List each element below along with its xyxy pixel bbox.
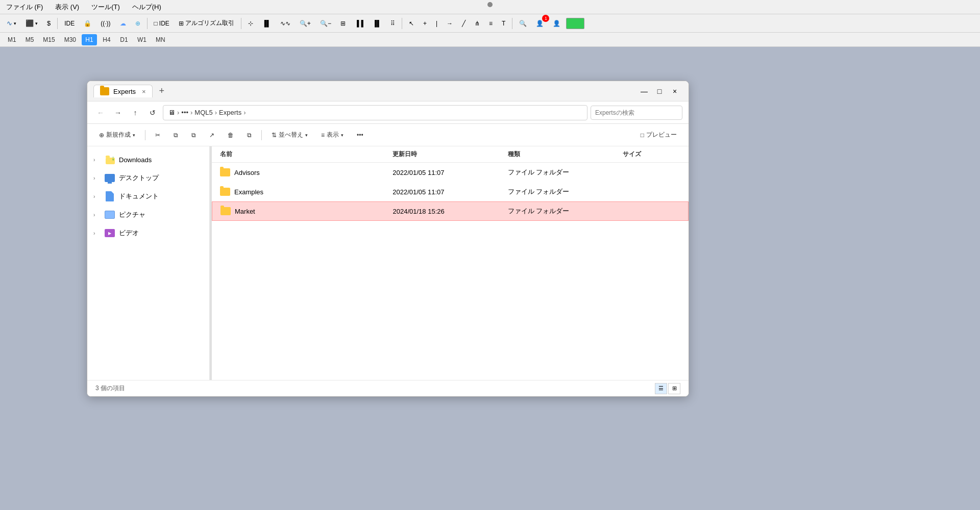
refresh-btn[interactable]: ↺ <box>145 106 160 120</box>
bar-chart-btn[interactable]: ▐▌ <box>259 17 275 30</box>
tf-m30[interactable]: M30 <box>61 34 80 45</box>
copy-btn[interactable]: ⧉ <box>168 128 184 143</box>
tf-m1[interactable]: M1 <box>4 34 20 45</box>
explorer-toolbar: ⊕ 新規作成 ▾ ✂ ⧉ ⧉ ↗ 🗑 ⧉ ⇅ 並べ替え ▾ ≡ <box>87 124 689 146</box>
header-name[interactable]: 名前 <box>220 150 393 159</box>
zoom-in-btn[interactable]: 🔍+ <box>296 17 314 30</box>
status-green <box>566 18 584 29</box>
view-toggle: ☰ ⊞ <box>655 383 680 394</box>
dots-grid-btn[interactable]: ⠿ <box>387 17 399 30</box>
explorer-tab[interactable]: Experts × <box>93 85 153 97</box>
rename-btn[interactable]: ⧉ <box>241 128 257 143</box>
sort-icon: ⇅ <box>272 132 277 139</box>
menu-view[interactable]: 表示 (V) <box>53 2 81 13</box>
view-mode-icon: ≡ <box>321 132 325 139</box>
chevron-desktop: › <box>93 175 101 181</box>
close-window-btn[interactable]: × <box>667 84 682 98</box>
file-row-market[interactable]: Market 2024/01/18 15:26 ファイル フォルダー <box>212 201 689 221</box>
tab-label: Experts <box>113 88 136 95</box>
sidebar-item-desktop[interactable]: › デスクトップ <box>87 169 209 187</box>
maximize-btn[interactable]: □ <box>652 84 667 98</box>
paste-btn[interactable]: ⧉ <box>186 128 202 143</box>
file-name-market: Market <box>235 208 255 215</box>
cross-btn[interactable]: + <box>420 17 430 30</box>
menu-tools[interactable]: ツール(T) <box>89 2 122 13</box>
menu-file[interactable]: ファイル (F) <box>4 2 45 13</box>
minimize-btn[interactable]: — <box>636 84 652 98</box>
forward-btn[interactable]: → <box>111 106 125 120</box>
sidebar-item-video[interactable]: › ビデオ <box>87 224 209 242</box>
up-btn[interactable]: ↑ <box>128 106 142 120</box>
list-view-btn[interactable]: ☰ <box>655 383 667 394</box>
sidebar-item-picture[interactable]: › ピクチャ <box>87 206 209 224</box>
search-toolbar-btn[interactable]: 🔍 <box>516 17 530 30</box>
sep-2 <box>147 18 148 29</box>
vol-btn[interactable]: ▐▐ <box>351 17 367 30</box>
text-btn[interactable]: T <box>498 17 509 30</box>
lock-btn[interactable]: 🔒 <box>80 17 95 30</box>
crosshair-btn[interactable]: ⊹ <box>244 17 257 30</box>
tf-h1[interactable]: H1 <box>82 34 97 45</box>
header-size[interactable]: サイズ <box>623 150 680 159</box>
chart-line-btn[interactable]: ∿ ▾ <box>3 17 20 30</box>
back-btn[interactable]: ← <box>93 106 108 120</box>
lines-btn[interactable]: ≡ <box>485 17 496 30</box>
menu-help[interactable]: ヘルプ(H) <box>130 2 163 13</box>
header-type[interactable]: 種類 <box>508 150 623 159</box>
grid-view-btn[interactable]: ⊞ <box>668 383 680 394</box>
breadcrumb-experts[interactable]: Experts <box>219 109 241 116</box>
tf-w1[interactable]: W1 <box>134 34 150 45</box>
breadcrumb-chevron-2: › <box>190 109 192 116</box>
signal-btn[interactable]: ⊕ <box>132 17 144 30</box>
view-mode-btn[interactable]: ≡ 表示 ▾ <box>315 128 349 143</box>
tf-m15[interactable]: M15 <box>39 34 58 45</box>
radio-btn[interactable]: ((·)) <box>97 17 114 30</box>
file-row-advisors[interactable]: Advisors 2022/01/05 11:07 ファイル フォルダー <box>212 163 689 182</box>
wave-btn[interactable]: ∿∿ <box>277 17 294 30</box>
search-input[interactable] <box>591 106 682 120</box>
explorer-body: › ↓ Downloads › デスクトップ <box>87 146 689 380</box>
tab-close-icon[interactable]: × <box>142 88 146 95</box>
cloud-btn[interactable]: ☁ <box>116 17 130 30</box>
sort-btn[interactable]: ⇅ 並べ替え ▾ <box>266 128 313 143</box>
ide-label: IDE <box>64 20 75 27</box>
header-date[interactable]: 更新日時 <box>393 150 508 159</box>
account-btn[interactable]: 👤 <box>549 17 564 30</box>
preview-btn[interactable]: □ プレビュー <box>635 128 682 143</box>
sidebar-item-document[interactable]: › ドキュメント <box>87 187 209 206</box>
tf-mn[interactable]: MN <box>152 34 169 45</box>
fork-btn[interactable]: ⋔ <box>471 17 483 30</box>
file-row-examples[interactable]: Examples 2022/01/05 11:07 ファイル フォルダー <box>212 182 689 201</box>
share-btn[interactable]: ↗ <box>204 128 220 143</box>
notification-wrapper: 👤 1 <box>532 17 547 30</box>
cursor-icon: ↖ <box>409 20 414 27</box>
grid-btn[interactable]: ⊞ <box>337 17 349 30</box>
diagonal-btn[interactable]: ╱ <box>458 17 469 30</box>
cut-btn[interactable]: ✂ <box>150 128 166 143</box>
more-btn[interactable]: ••• <box>351 128 369 143</box>
price-btn[interactable]: $ <box>43 17 54 30</box>
breadcrumb-mql5[interactable]: MQL5 <box>194 109 212 116</box>
vol2-btn[interactable]: ▐▌ <box>369 17 385 30</box>
add-tab-btn[interactable]: + <box>155 84 169 98</box>
zoom-out-btn[interactable]: 🔍− <box>316 17 335 30</box>
arrow-right-btn[interactable]: → <box>443 17 456 30</box>
new-create-btn[interactable]: ⊕ 新規作成 ▾ <box>93 128 141 143</box>
main-toolbar: ∿ ▾ ⬛ ▾ $ IDE 🔒 ((·)) ☁ ⊕ □ IDE ⊞ アルゴリズム… <box>0 14 980 33</box>
sidebar-item-downloads[interactable]: › ↓ Downloads <box>87 150 209 169</box>
tf-d1[interactable]: D1 <box>116 34 132 45</box>
tf-m5[interactable]: M5 <box>22 34 38 45</box>
new-order-btn[interactable]: ⊞ アルゴリズム取引 <box>175 17 238 30</box>
file-name-advisors: Advisors <box>234 169 260 176</box>
file-name-examples: Examples <box>234 188 263 196</box>
ide-btn[interactable]: IDE <box>61 17 78 30</box>
sidebar-label-picture: ピクチャ <box>119 210 145 219</box>
cursor-btn[interactable]: ↖ <box>405 17 418 30</box>
tf-h4[interactable]: H4 <box>99 34 114 45</box>
chart-bar-btn[interactable]: ⬛ ▾ <box>22 17 41 30</box>
line-v-btn[interactable]: | <box>432 17 441 30</box>
breadcrumb-more[interactable]: ••• <box>181 109 188 116</box>
delete-btn[interactable]: 🗑 <box>222 128 239 143</box>
algo-trading-btn[interactable]: □ IDE <box>151 17 173 30</box>
sidebar: › ↓ Downloads › デスクトップ <box>87 146 210 380</box>
